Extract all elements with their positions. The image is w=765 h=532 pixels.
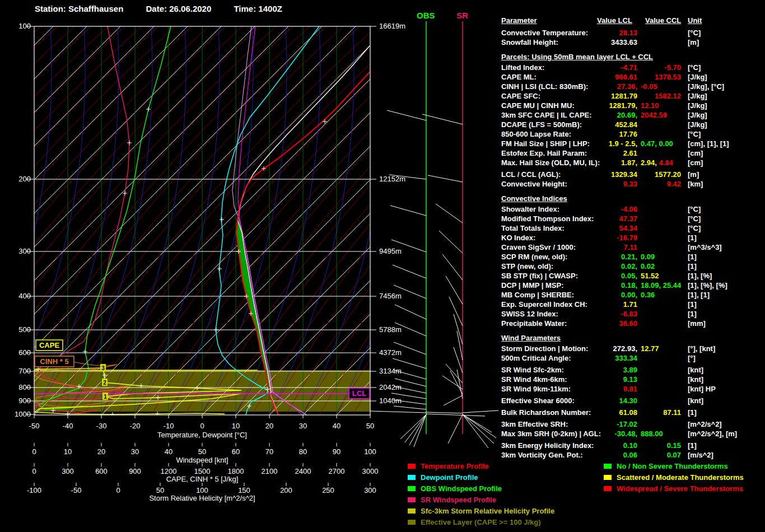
axis-title: Windspeed [knt]: [176, 456, 228, 464]
value-part: -0.05: [641, 82, 657, 91]
value-lcl: 0.18,: [501, 281, 637, 290]
axis-tick-label: 0: [32, 467, 36, 475]
unit-cell: [m^3/s^3]: [688, 242, 722, 252]
axis-title: Temperature, Dewpoint [°C]: [157, 431, 247, 439]
value-part: 0.00: [659, 139, 673, 148]
value-lcl: 0.21,: [501, 252, 637, 262]
value-ccl: -5.70: [501, 63, 681, 72]
value-extra: 51.52: [641, 271, 659, 281]
unit-cell: [1]: [688, 262, 697, 271]
unit-cell: [°C]: [688, 204, 701, 214]
legend-swatch: [604, 464, 612, 469]
isotherm-gridline: [135, 26, 504, 415]
value-separator: ,: [635, 344, 637, 353]
altitude-tick-label: 9495m: [379, 247, 402, 255]
legend-swatch: [408, 464, 416, 469]
value-part: -6.83: [621, 310, 637, 318]
table-row: Max 3km SRH (0-2km) | AGL:-30.48,888.00[…: [501, 429, 765, 438]
legend-label: No / Non Severe Thunderstorms: [617, 462, 728, 470]
srh-km-marker-label: 2: [103, 380, 106, 386]
value-extra: 12.10: [641, 101, 659, 110]
value-separator: ,: [635, 253, 637, 261]
unit-cell: [°C]: [688, 223, 701, 233]
legend-swatch: [604, 475, 612, 480]
isotherm-gridline: [303, 26, 504, 415]
table-row: 850-600 Lapse Rate:17.76[°C]: [501, 129, 765, 139]
value-separator: ,: [659, 281, 663, 290]
value-ccl: 1378.53: [501, 72, 681, 82]
unit-cell: [J/kg]: [688, 91, 707, 101]
col-header-value-ccl: Value CCL: [645, 16, 681, 25]
severity-legend-item: No / Non Severe Thunderstorms: [604, 460, 744, 472]
table-section: Parcels: Using 50mB mean layer LCL + CCL…: [501, 52, 765, 189]
profile-point-marker: [83, 349, 87, 354]
altitude-tick-label: 4372m: [379, 348, 402, 357]
parameter-table: Parameter Value LCL Value CCL Unit Conve…: [501, 16, 765, 460]
table-row: Storm Direction | Motion:272.93,12.77[°]…: [501, 344, 765, 353]
profile-legend-item: Sfc-3km Storm Relative Helicity Profile: [408, 505, 554, 516]
table-row: CAPE MU | CINH MU:1281.79,12.10[J/kg]: [501, 101, 765, 110]
axis-title: Storm Relative Helicity [m^2/s^2]: [149, 494, 255, 502]
table-row: Precipitable Water:36.60[mm]: [501, 319, 765, 328]
axis-tick-label: 30: [299, 422, 307, 430]
altitude-tick-label: 5788m: [379, 325, 402, 334]
profile-point-marker: [146, 107, 151, 111]
value-separator: ,: [635, 272, 637, 280]
unit-cell: [1], [%], [%]: [688, 281, 727, 290]
sr-wind-barb: [463, 414, 496, 438]
unit-cell: [knt] HP: [688, 384, 716, 394]
value-part: 27.36: [617, 82, 636, 91]
value-part: 87.11: [663, 408, 681, 417]
table-row: Bulk Richardson Number:61.0887.11[1]: [501, 408, 765, 417]
unit-cell: [°], [knt]: [688, 344, 715, 353]
value-lcl: 1281.79,: [501, 101, 637, 110]
table-row: 500m Critical Angle:333.34[°]: [501, 353, 765, 363]
value-part: 2.94: [641, 158, 655, 167]
table-row: Snowfall Height:3433.63[m]: [501, 38, 765, 47]
profile-legend: Temperature ProfileDewpoint ProfileOBS W…: [408, 460, 554, 528]
table-row: Max. Hail Size (OLD, MU, IL):1.87,2.94, …: [501, 158, 765, 167]
legend-label: Widespread / Severe Thunderstorms: [617, 484, 743, 493]
value-separator: ,: [635, 291, 637, 299]
value-part: 452.84: [615, 120, 637, 129]
table-row: CAPE ML:966.611378.53[J/kg]: [501, 72, 765, 82]
value-part: 1.71: [623, 300, 637, 309]
pressure-tick-label: 900: [18, 396, 31, 405]
dry-adiabat-line: [353, 26, 504, 415]
value-part: 12.77: [641, 344, 659, 353]
profile-point-marker: [110, 412, 115, 417]
value-part: 0.21: [621, 253, 635, 261]
pressure-tick-label: 100: [18, 22, 31, 30]
unit-cell: [1], [1]: [688, 290, 710, 300]
axis-tick-label: 3000: [362, 467, 379, 475]
col-header-parameter: Parameter: [501, 16, 537, 25]
obs-wind-barb: [409, 414, 426, 445]
value-part: 3.89: [623, 366, 637, 374]
sr-wind-barb: [463, 414, 494, 444]
value-part: 18.09: [641, 281, 659, 290]
table-body: Convective Temperature:28.13[°C]Snowfall…: [501, 28, 765, 460]
sr-wind-barb: [436, 204, 463, 223]
value-extra: 0.47, 0.00: [641, 139, 673, 148]
value-extra: 0.02: [641, 262, 655, 271]
legend-label: Dewpoint Profile: [421, 473, 478, 482]
axis-tick-label: -50: [71, 486, 82, 494]
table-row: Craven SigSvr / 1000:7.11[m^3/s^3]: [501, 242, 765, 252]
srh-axis: -100-50050100150200250300Storm Relative …: [27, 483, 376, 502]
pressure-tick-label: 800: [18, 383, 31, 391]
table-row: SB STP (fix) | CWASP:0.05,51.52[1], [%]: [501, 271, 765, 281]
profile-legend-item: OBS Windspeed Profile: [408, 483, 554, 494]
sr-wind-barb: [444, 395, 463, 405]
value-ccl: 1577.20: [501, 170, 681, 179]
cape-axis: 03006009001200150018002100240027003000CA…: [32, 463, 378, 483]
table-row: LCL / CCL (AGL):1329.341577.20[m]: [501, 170, 765, 179]
value-part: 1281.79: [609, 101, 635, 110]
value-separator: ,: [635, 101, 637, 110]
table-row: CINH | LSI (LCL: 830mB):27.36,-0.05[J/kg…: [501, 82, 765, 91]
axis-tick-label: 70: [265, 447, 273, 456]
sr-wind-barb: [457, 370, 463, 399]
axis-tick-label: 80: [299, 447, 307, 456]
unit-cell: [1]: [688, 408, 697, 417]
srh-km-marker-label: 1: [104, 394, 107, 400]
value-lcl: 0.02,: [501, 262, 637, 271]
